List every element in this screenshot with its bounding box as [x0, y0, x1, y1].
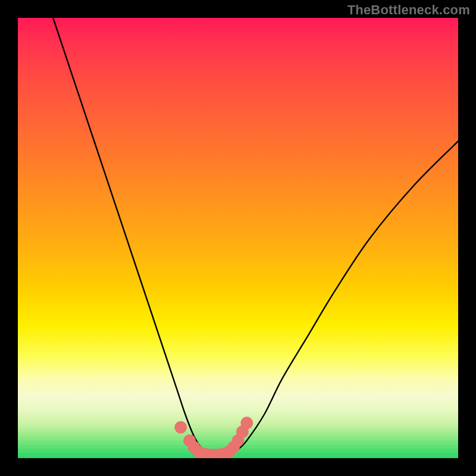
chart-frame: TheBottleneck.com: [0, 0, 476, 476]
background-gradient: [18, 18, 458, 458]
watermark-text: TheBottleneck.com: [347, 2, 470, 18]
plot-area: [18, 18, 458, 458]
